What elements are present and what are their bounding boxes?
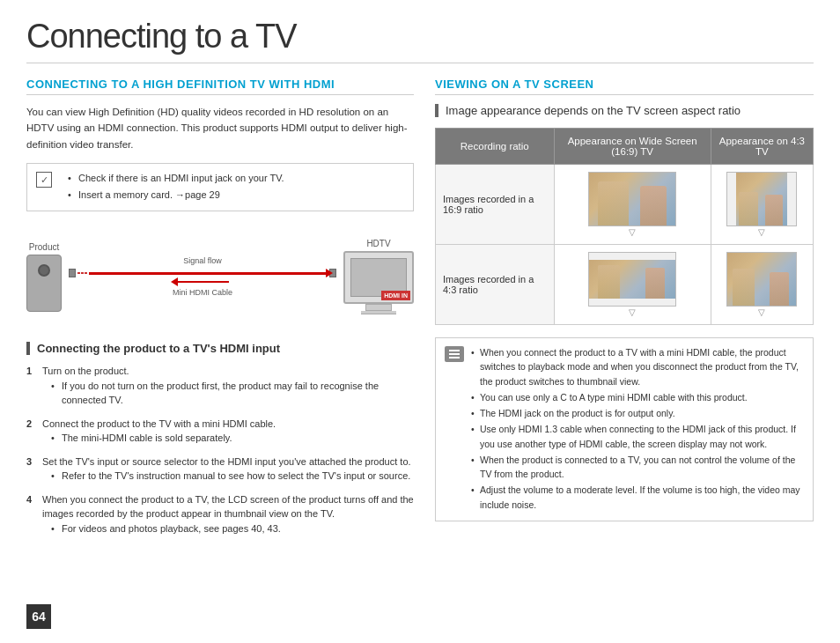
letterbox-bg: [589, 253, 675, 306]
page-number: 64: [26, 604, 51, 629]
left-column: CONNECTING TO A HIGH DEFINITION TV WITH …: [26, 78, 414, 625]
row-2-43tv: ▽: [711, 245, 813, 325]
ratio-table: Recording ratio Appearance on Wide Scree…: [435, 128, 814, 325]
info-icon-inner: [445, 346, 464, 362]
right-column: VIEWING ON A TV SCREEN Image appearance …: [435, 78, 814, 625]
step-1-text: Turn on the product.: [42, 366, 129, 376]
check-icon: [36, 172, 52, 188]
step-3: 3 Set the TV's input or source selector …: [26, 455, 414, 485]
camera-lens: [38, 264, 50, 277]
step-4-bullets: For videos and photos playback, see page…: [42, 521, 414, 536]
steps-list: 1 Turn on the product. If you do not tur…: [26, 364, 414, 537]
mini-hdmi-label: Mini HDMI Cable: [173, 288, 232, 297]
info-note-6: Adjust the volume to a moderate level. I…: [471, 483, 804, 512]
step-1-content: Turn on the product. If you do not turn …: [42, 364, 414, 410]
triangle-1-43: ▽: [717, 228, 807, 237]
row-2-widescreen: ▽: [554, 245, 711, 325]
step-3-bullet-1: Refer to the TV's instruction manual to …: [51, 469, 414, 484]
image-appearance-subtitle: Image appearance depends on the TV scree…: [435, 104, 814, 117]
note-list: Check if there is an HDMI input jack on …: [59, 171, 284, 202]
info-lines: [446, 347, 462, 361]
triangle-2-43: ▽: [717, 308, 807, 317]
connection-arrows: Signal flow: [69, 256, 336, 297]
img-169-43tv: [726, 172, 797, 226]
tv-base: [361, 311, 396, 314]
info-line-2: [449, 353, 460, 355]
step-1: 1 Turn on the product. If you do not tur…: [26, 364, 414, 410]
img-169-widescreen-content: [589, 173, 675, 225]
connector-left: [69, 269, 76, 277]
step-3-content: Set the TV's input or source selector to…: [42, 455, 414, 485]
step-3-text: Set the TV's input or source selector to…: [42, 456, 411, 467]
pillarbox-left: [727, 173, 736, 225]
intro-text: You can view High Definition (HD) qualit…: [26, 104, 414, 152]
step-4-text: When you connect the product to a TV, th…: [42, 494, 414, 520]
info-icon: [445, 346, 464, 366]
row-1-43tv: ▽: [711, 165, 813, 245]
step-1-num: 1: [26, 364, 37, 410]
cable-row: [69, 269, 336, 277]
letterbox-bottom: [589, 299, 675, 306]
table-row-1: Images recorded in a 16:9 ratio: [436, 165, 814, 245]
right-section-title: VIEWING ON A TV SCREEN: [435, 78, 814, 95]
letterbox-content: [589, 260, 675, 299]
step-1-bullet-1: If you do not turn on the product first,…: [51, 379, 414, 408]
step-4-num: 4: [26, 492, 37, 538]
img-43-widescreen: [588, 252, 676, 307]
info-note-1: When you connect the product to a TV wit…: [471, 345, 804, 388]
subsection-title: Connecting the product to a TV's HDMI in…: [26, 342, 414, 355]
header-43tv: Appearance on 4:3 TV: [711, 129, 813, 165]
note-box: Check if there is an HDMI input jack on …: [26, 163, 414, 211]
tv-stand: [365, 304, 392, 311]
step-1-bullets: If you do not turn on the product first,…: [42, 379, 414, 408]
product-device: Product: [26, 242, 62, 312]
signal-flow-label: Signal flow: [183, 256, 222, 265]
info-note-5: When the product is connected to a TV, y…: [471, 453, 804, 482]
info-note-4: Use only HDMI 1.3 cable when connecting …: [471, 422, 804, 451]
hdtv-device: HDTV HDMI IN: [343, 239, 414, 314]
full43-content: [727, 253, 796, 306]
row-2-label: Images recorded in a 4:3 ratio: [436, 245, 555, 325]
letterbox-top: [589, 253, 675, 260]
pillarbox-content: [736, 173, 787, 225]
pillarbox-bg: [727, 173, 796, 225]
step-4: 4 When you connect the product to a TV, …: [26, 492, 414, 538]
step-3-num: 3: [26, 455, 37, 485]
left-section-title: CONNECTING TO A HIGH DEFINITION TV WITH …: [26, 78, 414, 95]
step-2-content: Connect the product to the TV with a min…: [42, 417, 414, 447]
row-1-label: Images recorded in a 16:9 ratio: [436, 165, 555, 245]
step-2: 2 Connect the product to the TV with a m…: [26, 417, 414, 447]
note-text: Check if there is an HDMI input jack on …: [59, 171, 284, 203]
tv-body: HDMI IN: [343, 251, 414, 304]
main-content: CONNECTING TO A HIGH DEFINITION TV WITH …: [26, 78, 814, 625]
info-note-text: When you connect the product to a TV wit…: [471, 345, 804, 514]
arrow-line: [89, 272, 328, 275]
triangle-1-wide: ▽: [560, 228, 705, 237]
connection-diagram: Product Signal flow: [26, 224, 414, 329]
product-label: Product: [29, 242, 59, 252]
info-line-1: [449, 350, 460, 351]
info-note-3: The HDMI jack on the product is for outp…: [471, 406, 804, 420]
hdmi-connector: [77, 272, 87, 274]
info-note-2: You can use only a C to A type mini HDMI…: [471, 390, 804, 404]
info-line-3: [449, 357, 460, 358]
info-note-box: When you connect the product to a TV wit…: [435, 337, 814, 521]
info-note-list: When you connect the product to a TV wit…: [471, 345, 804, 512]
header-widescreen: Appearance on Wide Screen (16:9) TV: [554, 129, 711, 165]
step-2-num: 2: [26, 417, 37, 447]
step-3-bullets: Refer to the TV's instruction manual to …: [42, 469, 414, 484]
header-recording-ratio: Recording ratio: [436, 129, 555, 165]
img-43-43tv: [726, 252, 797, 307]
hdtv-label: HDTV: [366, 239, 390, 248]
row-1-widescreen: ▽: [554, 165, 711, 245]
step-2-bullets: The mini-HDMI cable is sold separately.: [42, 431, 414, 446]
triangle-2-wide: ▽: [560, 308, 705, 317]
pillarbox-right: [787, 173, 796, 225]
note-item-1: Check if there is an HDMI input jack on …: [68, 171, 284, 186]
table-row-2: Images recorded in a 4:3 ratio: [436, 245, 814, 325]
return-arrow: [176, 281, 229, 283]
hdmi-in-label: HDMI IN: [381, 291, 410, 300]
camera-body: [26, 255, 62, 312]
return-arrow-row: [122, 281, 283, 283]
img-169-widescreen: [588, 172, 676, 226]
